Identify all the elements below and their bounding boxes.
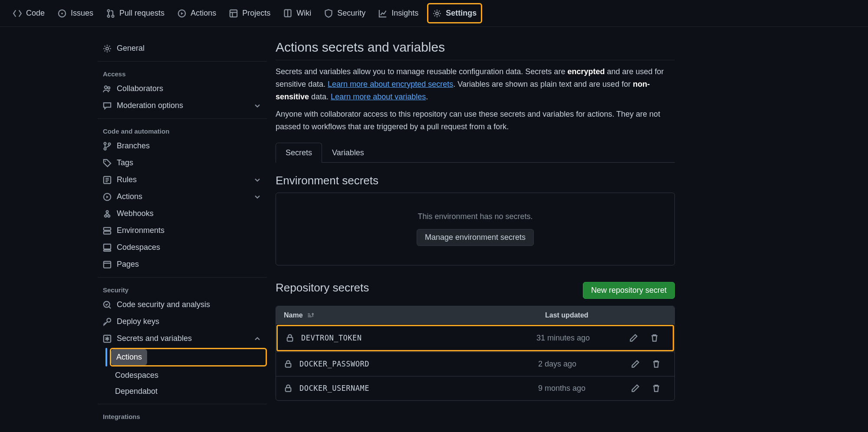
pencil-icon [629, 334, 638, 342]
browser-icon [103, 260, 112, 269]
sidebar-item-actions[interactable]: Actions [98, 188, 267, 205]
tab-wiki-label: Wiki [296, 9, 311, 18]
tab-actions-label: Actions [191, 9, 216, 18]
sidebar-secrets-submenu: Actions Codespaces Dependabot [98, 348, 267, 399]
tab-insights[interactable]: Insights [374, 4, 423, 22]
sidebar-item-deploy-keys[interactable]: Deploy keys [98, 313, 267, 330]
webhook-icon [103, 209, 112, 218]
tab-actions[interactable]: Actions [173, 4, 220, 22]
sidebar-item-tags[interactable]: Tags [98, 154, 267, 171]
edit-button[interactable] [623, 334, 644, 342]
edit-button[interactable] [625, 384, 646, 393]
delete-button[interactable] [644, 334, 665, 342]
chevron-up-icon [253, 334, 262, 343]
sidebar-heading-integrations: Integrations [98, 409, 267, 423]
sidebar-item-label: Secrets and variables [117, 334, 192, 343]
sidebar-item-secrets-variables[interactable]: Secrets and variables [98, 330, 267, 347]
sidebar-item-code-security[interactable]: Code security and analysis [98, 296, 267, 313]
server-icon [103, 226, 112, 235]
sidebar-subitem-dependabot[interactable]: Dependabot [110, 383, 267, 399]
table-row: DOCKER_PASSWORD 2 days ago [276, 352, 674, 376]
secret-name: DOCKER_USERNAME [299, 384, 538, 393]
description-2: Anyone with collaborator access to this … [276, 108, 675, 133]
sidebar-item-label: Codespaces [117, 243, 160, 252]
tab-secrets[interactable]: Secrets [276, 143, 322, 163]
graph-icon [378, 9, 387, 18]
sidebar-item-pages[interactable]: Pages [98, 256, 267, 273]
svg-point-17 [105, 215, 107, 217]
sidebar-item-label: Tags [117, 158, 133, 167]
sidebar-subitem-actions-wrap: Actions [110, 348, 267, 367]
delete-button[interactable] [646, 360, 667, 368]
divider [98, 118, 267, 119]
delete-button[interactable] [646, 384, 667, 393]
sidebar-item-rules[interactable]: Rules [98, 171, 267, 188]
tab-projects[interactable]: Projects [225, 4, 275, 22]
lock-icon [286, 334, 294, 342]
svg-point-11 [104, 142, 106, 144]
sidebar-item-label: General [117, 44, 145, 53]
sidebar-item-environments[interactable]: Environments [98, 222, 267, 239]
environment-secrets-box: This environment has no secrets. Manage … [276, 193, 675, 265]
sidebar-item-label: Collaborators [117, 84, 163, 93]
tag-icon [103, 159, 112, 167]
link-learn-secrets[interactable]: Learn more about encrypted secrets [328, 80, 453, 88]
environment-empty-text: This environment has no secrets. [295, 212, 655, 221]
gear-icon [433, 9, 441, 18]
link-learn-variables[interactable]: Learn more about variables [331, 92, 426, 101]
play-circle-icon [103, 193, 112, 201]
tab-code-label: Code [26, 9, 45, 18]
repository-secrets-header: Repository secrets New repository secret [276, 281, 675, 300]
comment-icon [103, 101, 112, 110]
svg-point-7 [436, 12, 438, 14]
sidebar-item-codespaces[interactable]: Codespaces [98, 239, 267, 256]
svg-point-19 [106, 210, 108, 213]
svg-point-12 [104, 147, 106, 150]
tab-wiki[interactable]: Wiki [279, 4, 316, 22]
svg-rect-22 [104, 244, 111, 249]
svg-point-4 [112, 15, 114, 17]
asterisk-icon [103, 334, 112, 343]
sidebar-item-label: Pages [117, 260, 139, 269]
key-icon [103, 317, 112, 326]
column-updated: Last updated [545, 311, 667, 319]
sidebar-subitem-actions[interactable]: Actions [111, 349, 147, 365]
play-circle-icon [178, 9, 186, 18]
sidebar-item-webhooks[interactable]: Webhooks [98, 205, 267, 222]
divider [98, 404, 267, 404]
tab-pulls-label: Pull requests [119, 9, 164, 18]
trash-icon [652, 360, 661, 368]
tab-security[interactable]: Security [320, 4, 370, 22]
tab-issues[interactable]: Issues [53, 4, 98, 22]
sidebar-item-moderation[interactable]: Moderation options [98, 97, 267, 114]
sidebar-item-label: Code security and analysis [117, 300, 210, 309]
manage-environment-secrets-button[interactable]: Manage environment secrets [417, 229, 534, 246]
sidebar-subitem-codespaces[interactable]: Codespaces [110, 367, 267, 383]
tab-code[interactable]: Code [9, 4, 49, 22]
svg-point-14 [105, 160, 106, 162]
svg-point-3 [108, 15, 110, 17]
table-header: Name Last updated [276, 306, 674, 324]
svg-point-18 [108, 215, 110, 217]
trash-icon [652, 384, 661, 393]
column-name[interactable]: Name [284, 311, 545, 319]
trash-icon [650, 334, 659, 342]
sidebar-item-collaborators[interactable]: Collaborators [98, 80, 267, 97]
sidebar-item-general[interactable]: General [98, 40, 267, 57]
new-repository-secret-button[interactable]: New repository secret [583, 282, 675, 299]
secret-name: DOCKER_PASSWORD [299, 360, 538, 368]
edit-button[interactable] [625, 360, 646, 368]
book-icon [283, 9, 292, 18]
main-content: Actions secrets and variables Secrets an… [276, 40, 692, 423]
tab-pulls[interactable]: Pull requests [102, 4, 169, 22]
sidebar-item-label: Deploy keys [117, 317, 159, 326]
chevron-down-icon [253, 101, 262, 110]
sidebar-heading-security: Security [98, 282, 267, 296]
table-row: DEVTRON_TOKEN 31 minutes ago [276, 325, 674, 351]
tab-variables[interactable]: Variables [322, 143, 374, 163]
codespaces-icon [103, 243, 112, 252]
repo-topnav: Code Issues Pull requests Actions Projec… [0, 0, 868, 27]
tab-settings[interactable]: Settings [427, 3, 482, 23]
sidebar-item-branches[interactable]: Branches [98, 137, 267, 154]
sidebar-item-label: Dependabot [115, 387, 158, 396]
